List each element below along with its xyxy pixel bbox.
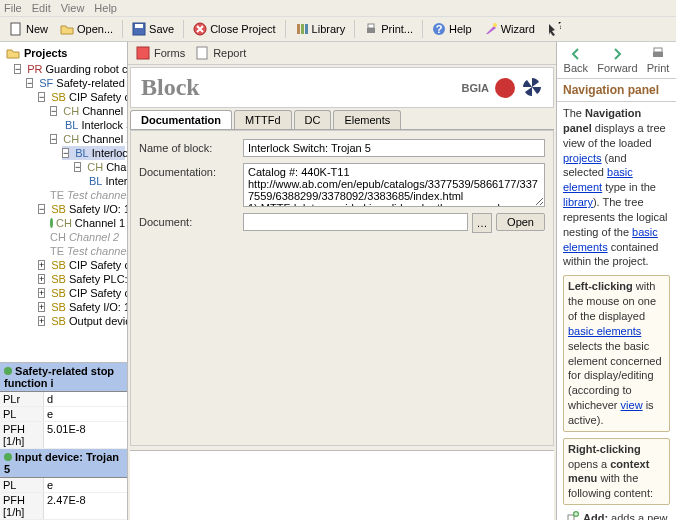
nav-panel-title: Navigation panel [557, 79, 676, 102]
props-header-input: Input device: Trojan 5 [0, 449, 127, 478]
nav-forward-button[interactable]: Forward [597, 46, 637, 74]
properties-panel: Safety-related stop function i PLrd PLe … [0, 362, 127, 520]
browse-button[interactable]: … [472, 213, 492, 233]
svg-rect-7 [367, 28, 375, 33]
project-tree[interactable]: Projects −PR Guarding robot cell −SF Saf… [0, 42, 127, 362]
tab-forms[interactable]: Forms [136, 46, 185, 60]
tree-node-ch[interactable]: −CH Channel 2 [50, 132, 125, 146]
document-path-input[interactable] [243, 213, 468, 231]
tree-node-bl[interactable]: BL Interlock Switch [62, 118, 125, 132]
tree-node-ch[interactable]: −CH Channel 1 [50, 104, 125, 118]
print-button[interactable]: Print... [359, 19, 418, 39]
tree-node-bl-selected[interactable]: −BL Interlock Switch [62, 146, 125, 160]
nav-print-button[interactable]: Print [647, 46, 670, 74]
subtab-mttfd[interactable]: MTTFd [234, 110, 291, 129]
library-label: Library [312, 23, 346, 35]
tree-node-te[interactable]: TE Test channel [50, 188, 125, 202]
name-input[interactable] [243, 139, 545, 157]
tree-node-sb[interactable]: +SB CIP Safety on Devic [38, 258, 125, 272]
svg-rect-2 [135, 24, 143, 28]
svg-text:?: ? [436, 23, 443, 35]
tree-node-sf[interactable]: −SF Safety-related stop fun [26, 76, 125, 90]
tree-node-ch[interactable]: CH Channel 2 [50, 230, 125, 244]
svg-rect-15 [653, 52, 663, 57]
nav-back-button[interactable]: Back [564, 46, 588, 74]
documentation-textarea[interactable] [243, 163, 545, 207]
subtab-dc[interactable]: DC [294, 110, 332, 129]
menu-file[interactable]: File [4, 2, 22, 14]
svg-rect-0 [11, 23, 20, 35]
tab-report[interactable]: Report [195, 46, 246, 60]
close-label: Close Project [210, 23, 275, 35]
menu-view[interactable]: View [61, 2, 85, 14]
tree-node-ch[interactable]: CH Channel 1 [50, 216, 125, 230]
open-button[interactable]: Open [496, 213, 545, 231]
svg-rect-4 [297, 24, 300, 34]
pinwheel-icon [521, 76, 543, 100]
tree-node-bl[interactable]: BL Interlock Sw [86, 174, 125, 188]
nav-help-body: The Navigation panel displays a tree vie… [557, 102, 676, 520]
document-label: Document: [139, 213, 239, 228]
block-title: Block [141, 74, 462, 101]
name-label: Name of block: [139, 139, 239, 154]
new-button[interactable]: New [4, 19, 53, 39]
tree-node-sb[interactable]: +SB CIP Safety on Ether [38, 286, 125, 300]
link-library[interactable]: library [563, 196, 593, 208]
print-label: Print... [381, 23, 413, 35]
tree-node-sb[interactable]: −SB Safety I/O: 1791ES [38, 202, 125, 216]
wizard-button[interactable]: Wizard [479, 19, 540, 39]
svg-rect-13 [137, 47, 149, 59]
status-area [130, 450, 554, 520]
svg-rect-5 [301, 24, 304, 34]
open-button[interactable]: Open... [55, 19, 118, 39]
open-label: Open... [77, 23, 113, 35]
svg-text:?: ? [558, 22, 561, 31]
list-item: Add: adds a new lower-level basic elemen… [567, 511, 670, 520]
tree-node-te[interactable]: TE Test channel [50, 244, 125, 258]
documentation-pane: Name of block: Documentation: Document: … [130, 130, 554, 446]
link-view[interactable]: view [621, 399, 643, 411]
tree-node-sb[interactable]: −SB CIP Safety on Devic [38, 90, 125, 104]
tree-node-ch[interactable]: −CH Channel 1 [74, 160, 125, 174]
svg-point-11 [493, 23, 497, 27]
library-button[interactable]: Library [290, 19, 351, 39]
tree-title: Projects [24, 47, 67, 59]
svg-rect-17 [568, 515, 574, 520]
tree-node-sb[interactable]: +SB Safety PLC: GuardLo [38, 272, 125, 286]
menu-help[interactable]: Help [94, 2, 117, 14]
tree-node-sb[interactable]: +SB Safety I/O: 1791ES [38, 300, 125, 314]
menu-edit[interactable]: Edit [32, 2, 51, 14]
bgia-logo-text: BGIA [462, 82, 490, 94]
close-project-button[interactable]: Close Project [188, 19, 280, 39]
separator [354, 20, 355, 38]
wizard-label: Wizard [501, 23, 535, 35]
tree-node-sb[interactable]: +SB Output device: 100S [38, 314, 125, 328]
red-circle-icon [495, 78, 515, 98]
help-button[interactable]: ?Help [427, 19, 477, 39]
props-header-sf: Safety-related stop function i [0, 363, 127, 392]
link-basic-elements[interactable]: basic elements [568, 325, 641, 337]
separator [422, 20, 423, 38]
save-button[interactable]: Save [127, 19, 179, 39]
svg-rect-6 [305, 24, 308, 34]
block-header: Block BGIA [130, 67, 554, 108]
new-label: New [26, 23, 48, 35]
context-help-button[interactable]: ? [542, 19, 566, 39]
separator [122, 20, 123, 38]
svg-rect-16 [654, 48, 662, 52]
link-projects[interactable]: projects [563, 152, 602, 164]
separator [183, 20, 184, 38]
svg-rect-8 [368, 24, 374, 28]
svg-rect-14 [197, 47, 207, 59]
separator [285, 20, 286, 38]
tree-node-project[interactable]: −PR Guarding robot cell [14, 62, 125, 76]
subtab-documentation[interactable]: Documentation [130, 110, 232, 129]
help-label: Help [449, 23, 472, 35]
add-icon [567, 511, 579, 520]
subtab-elements[interactable]: Elements [333, 110, 401, 129]
save-label: Save [149, 23, 174, 35]
doc-label: Documentation: [139, 163, 239, 178]
